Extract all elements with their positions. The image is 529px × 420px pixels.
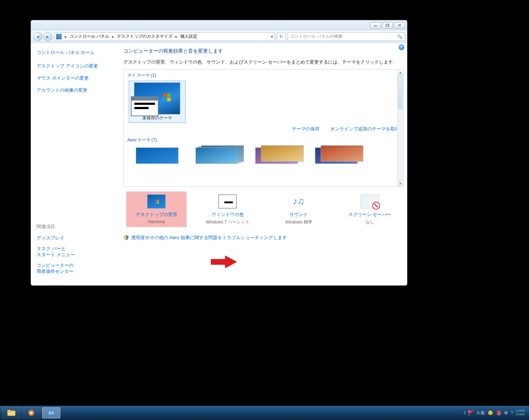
refresh-button[interactable]: ↻ xyxy=(277,32,285,41)
taskbar-media-player[interactable] xyxy=(22,407,41,419)
get-themes-online-link[interactable]: オンラインで追加のテーマを取得 xyxy=(330,126,400,132)
ime-dictionary-icon[interactable]: 📕 xyxy=(496,410,501,415)
help-icon[interactable]: ? xyxy=(399,44,404,50)
sidebar: コントロール パネル ホーム デスクトップ アイコンの変更 マウス ポインターの… xyxy=(31,43,120,285)
scroll-thumb[interactable] xyxy=(398,77,402,109)
aero-theme-1[interactable] xyxy=(136,145,186,165)
screensaver-icon xyxy=(360,194,379,209)
screensaver-value: なし xyxy=(341,219,399,225)
taskbar-control-panel[interactable] xyxy=(42,407,60,419)
troubleshoot-row: 透明度やその他の Aero 効果に関する問題をトラブルシューティングします xyxy=(123,235,404,241)
related-display[interactable]: ディスプレイ xyxy=(37,235,114,241)
taskbar-explorer[interactable] xyxy=(2,407,21,419)
svg-rect-3 xyxy=(167,93,171,97)
window-color-value: Windows 7 ベーシック xyxy=(199,219,256,225)
svg-rect-18 xyxy=(49,413,51,414)
control-panel-home-link[interactable]: コントロール パネル ホーム xyxy=(37,49,114,56)
desktop-background-button[interactable]: デスクトップの背景 Harmony xyxy=(126,192,187,227)
window-color-button[interactable]: ウィンドウの色 Windows 7 ベーシック xyxy=(197,192,258,228)
sound-icon: ♪♫ xyxy=(289,194,308,209)
aero-theme-4[interactable] xyxy=(315,145,365,165)
svg-marker-10 xyxy=(211,255,237,268)
svg-rect-5 xyxy=(167,98,171,101)
none-badge-icon xyxy=(372,202,380,210)
sidebar-task-change-mouse-pointers[interactable]: マウス ポインターの変更 xyxy=(37,75,114,81)
svg-rect-4 xyxy=(163,98,166,101)
chevron-right-icon: ▸ xyxy=(63,34,68,39)
annotation-arrow-icon xyxy=(211,254,237,270)
window-color-title: ウィンドウの色 xyxy=(199,211,256,218)
page-description: デスクトップの背景、ウィンドウの色、サウンド、およびスクリーン セーバーをまとめ… xyxy=(123,59,404,66)
system-tray: ⁞⁞ 🚩 A 般 😊 📕 ⚙ ? CAPS KANA xyxy=(464,409,527,416)
breadcrumb-item[interactable]: コントロール パネル xyxy=(70,33,109,39)
svg-rect-6 xyxy=(155,200,157,201)
group-aero-themes: Aero テーマ (7) xyxy=(127,137,400,143)
save-theme-link[interactable]: テーマの保存 xyxy=(292,126,320,132)
window-preview-icon xyxy=(131,96,159,116)
close-button[interactable] xyxy=(394,22,405,28)
appearance-settings-row: デスクトップの背景 Harmony ウィンドウの色 Windows 7 ベーシッ… xyxy=(123,192,404,228)
chevron-right-icon: ▸ xyxy=(174,34,179,39)
svg-rect-8 xyxy=(155,202,157,204)
svg-rect-2 xyxy=(163,93,166,97)
theme-unsaved[interactable]: 未保存のテーマ xyxy=(129,81,186,123)
scrollbar[interactable]: ▲ ▼ xyxy=(397,70,403,186)
breadcrumb-item[interactable]: 個人設定 xyxy=(180,33,197,39)
back-button[interactable]: ◄ xyxy=(33,32,42,41)
svg-rect-16 xyxy=(49,411,51,413)
caps-kana-indicator: CAPS KANA xyxy=(516,409,525,416)
search-icon: 🔍 xyxy=(397,34,402,39)
chevron-down-icon[interactable]: ▾ xyxy=(271,34,273,39)
ime-tool-icon[interactable]: 😊 xyxy=(488,410,493,415)
breadcrumb-item[interactable]: デスクトップのカスタマイズ xyxy=(117,33,172,39)
titlebar xyxy=(31,20,407,30)
themes-list: ▲ ▼ マイ テーマ (1) 未保存のテーマ xyxy=(123,69,404,187)
screensaver-button[interactable]: スクリーン セーバー なし xyxy=(340,192,400,228)
svg-rect-12 xyxy=(7,410,11,411)
desktop-background-title: デスクトップの背景 xyxy=(128,211,185,218)
scroll-down-button[interactable]: ▼ xyxy=(397,180,403,186)
scroll-up-button[interactable]: ▲ xyxy=(397,70,403,76)
sounds-title: サウンド xyxy=(270,211,327,218)
sounds-value: Windows 標準 xyxy=(270,219,327,225)
svg-rect-7 xyxy=(157,200,159,201)
maximize-button[interactable] xyxy=(382,22,393,28)
screensaver-title: スクリーン セーバー xyxy=(341,211,399,218)
sidebar-task-change-account-picture[interactable]: アカウントの画像の変更 xyxy=(37,87,114,93)
sounds-button[interactable]: ♪♫ サウンド Windows 標準 xyxy=(268,192,329,228)
group-my-themes: マイ テーマ (1) xyxy=(127,72,400,79)
aero-theme-2[interactable] xyxy=(196,145,245,165)
address-bar[interactable]: ▸ コントロール パネル ▸ デスクトップのカスタマイズ ▸ 個人設定 ▾ xyxy=(54,32,275,41)
svg-rect-15 xyxy=(48,410,55,415)
related-ease-of-access[interactable]: コンピューターの 簡単操作センター xyxy=(37,262,114,275)
svg-rect-19 xyxy=(52,413,54,414)
control-panel-icon xyxy=(56,34,62,39)
chevron-right-icon: ▸ xyxy=(111,34,116,39)
minimize-button[interactable] xyxy=(370,22,381,28)
page-title: コンピューターの視覚効果と音を変更します xyxy=(123,48,404,54)
related-taskbar-startmenu[interactable]: タスク バーと スタート メニュー xyxy=(37,246,114,258)
taskbar: ⁞⁞ 🚩 A 般 😊 📕 ⚙ ? CAPS KANA xyxy=(0,406,529,420)
svg-rect-17 xyxy=(52,411,54,413)
troubleshoot-aero-link[interactable]: 透明度やその他の Aero 効果に関する問題をトラブルシューティングします xyxy=(131,235,287,241)
toolbar: ◄ ► ▸ コントロール パネル ▸ デスクトップのカスタマイズ ▸ 個人設定 … xyxy=(31,30,407,43)
personalization-window: ◄ ► ▸ コントロール パネル ▸ デスクトップのカスタマイズ ▸ 個人設定 … xyxy=(31,20,407,286)
aero-theme-3[interactable] xyxy=(255,145,305,165)
ime-settings-icon[interactable]: ⚙ xyxy=(504,410,508,415)
desktop-background-icon xyxy=(147,194,166,209)
ime-help-icon[interactable]: ? xyxy=(511,410,513,415)
forward-button[interactable]: ► xyxy=(43,32,52,41)
ime-mode[interactable]: A 般 xyxy=(477,410,485,416)
main-pane: ? コンピューターの視覚効果と音を変更します デスクトップの背景、ウィンドウの色… xyxy=(120,43,407,285)
svg-rect-1 xyxy=(386,24,389,26)
window-color-icon xyxy=(218,194,237,209)
desktop-background-value: Harmony xyxy=(128,219,185,224)
shield-icon xyxy=(123,235,129,241)
sidebar-task-change-desktop-icons[interactable]: デスクトップ アイコンの変更 xyxy=(37,63,114,69)
search-placeholder: コントロール パネルの検索 xyxy=(290,33,342,39)
related-items-header: 関連項目 xyxy=(37,224,114,230)
search-input[interactable]: コントロール パネルの検索 🔍 xyxy=(288,32,405,41)
tray-separator-icon: ⁞⁞ xyxy=(464,410,465,415)
svg-rect-9 xyxy=(157,202,159,204)
tray-flag-icon[interactable]: 🚩 xyxy=(468,410,474,416)
